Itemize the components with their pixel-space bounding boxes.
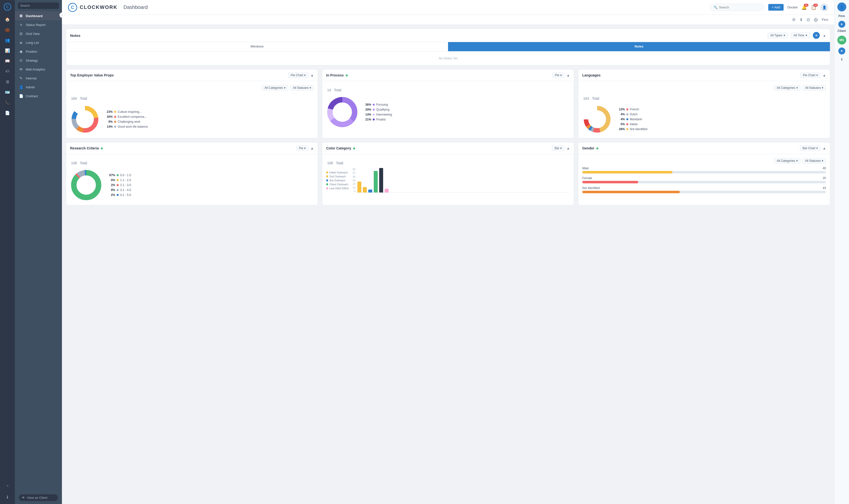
in-process-chart-type-selector[interactable]: Pie ▾ bbox=[552, 72, 565, 78]
sidebar-item-long-list[interactable]: ≣ Long List bbox=[15, 38, 62, 47]
sidebar-item-internal[interactable]: ✎ Internal bbox=[15, 74, 62, 83]
in-process-status-dot bbox=[346, 74, 348, 76]
home-icon[interactable]: 🏠 bbox=[3, 15, 12, 24]
sidebar-item-position-label: Position bbox=[26, 50, 37, 53]
bar bbox=[379, 168, 383, 193]
card-color-category-header: Color Category Bar ▾ ▲ bbox=[322, 143, 574, 154]
users-icon[interactable]: 👥 bbox=[3, 36, 12, 44]
add-button[interactable]: + Add bbox=[768, 4, 784, 11]
header-search-container: 🔍 bbox=[710, 4, 764, 11]
languages-collapse-button[interactable]: ▲ bbox=[822, 73, 826, 77]
gender-category-filter[interactable]: All Categories ▾ bbox=[774, 158, 800, 164]
legend-item: 4% Dutch bbox=[617, 112, 647, 116]
top-employer-status-filter[interactable]: All Statuses ▾ bbox=[290, 85, 314, 91]
legend-dot-icon bbox=[117, 179, 119, 181]
notes-section: Notes All Types ▾ All Time ▾ + ▲ Mention… bbox=[66, 29, 830, 65]
legend-dot-icon bbox=[117, 189, 119, 191]
languages-category-filter[interactable]: All Categories ▾ bbox=[774, 85, 800, 91]
sidebar-item-mail-analytics[interactable]: ✉ Mail Analytics bbox=[15, 65, 62, 74]
position-icon: ◉ bbox=[19, 49, 23, 54]
chevron-down-icon-12: ▾ bbox=[816, 146, 818, 150]
mail-notification[interactable]: 📋 10 bbox=[811, 5, 816, 10]
right-panel-user-avatar[interactable]: 👤 bbox=[837, 2, 846, 12]
notification-bell[interactable]: 🔔 23 bbox=[801, 5, 807, 10]
color-category-total: 108 Total bbox=[326, 158, 570, 166]
id-card-icon[interactable]: 🪪 bbox=[3, 88, 12, 96]
view-as-client-button[interactable]: 👁 View as Client bbox=[19, 494, 58, 501]
legend-dot-icon bbox=[117, 184, 119, 186]
tag-icon[interactable]: 🏷 bbox=[3, 67, 12, 76]
firm-label: Firm bbox=[822, 18, 828, 21]
card-in-process-body: 14 Total 36% bbox=[322, 81, 574, 132]
power-icon[interactable]: ⏻ bbox=[814, 18, 818, 22]
legend-dot-icon bbox=[373, 109, 375, 111]
card-languages-header: Languages Pie Chart ▾ ▲ bbox=[578, 70, 830, 81]
in-process-collapse-button[interactable]: ▲ bbox=[567, 73, 570, 77]
legend-dot-icon bbox=[114, 126, 116, 128]
languages-status-filter[interactable]: All Statuses ▾ bbox=[802, 85, 826, 91]
card-gender: Gender Bar Chart ▾ ▲ All Categories ▾ bbox=[578, 142, 830, 205]
sidebar-item-position[interactable]: ◉ Position bbox=[15, 47, 62, 56]
right-panel-client-label: Client bbox=[837, 29, 846, 33]
color-category-chart-type-selector[interactable]: Bar ▾ bbox=[552, 145, 565, 151]
research-criteria-collapse-button[interactable]: ▲ bbox=[310, 146, 314, 150]
docket-label[interactable]: Docket bbox=[787, 5, 797, 9]
briefcase-icon[interactable]: 💼 bbox=[3, 25, 12, 34]
bar bbox=[363, 187, 367, 193]
color-category-collapse-button[interactable]: ▲ bbox=[567, 146, 570, 150]
info-icon[interactable]: ℹ bbox=[3, 492, 12, 502]
download-icon[interactable]: ⬇ bbox=[799, 17, 803, 22]
legend-dot-icon bbox=[114, 121, 116, 123]
legend-dot-icon bbox=[373, 119, 375, 121]
languages-chart-type-selector[interactable]: Pie Chart ▾ bbox=[800, 72, 820, 78]
right-panel-add-button-2[interactable]: + bbox=[838, 48, 845, 54]
legend-dot-icon bbox=[626, 123, 628, 125]
right-panel-ms-avatar[interactable]: MS bbox=[837, 36, 846, 44]
tab-mentions[interactable]: Mentions bbox=[66, 42, 448, 51]
gender-chart-type-selector[interactable]: Bar Chart ▾ bbox=[800, 145, 820, 151]
chart-icon[interactable]: 📊 bbox=[3, 46, 12, 55]
research-criteria-chart-type-selector[interactable]: Pie ▾ bbox=[296, 145, 308, 151]
book-icon[interactable]: 📖 bbox=[3, 56, 12, 65]
card-research-criteria-body: 108 Total 87% bbox=[66, 154, 318, 205]
legend-dot-icon bbox=[373, 113, 375, 115]
sidebar-item-grid-view[interactable]: ⊟ Grid View bbox=[15, 29, 62, 38]
sidebar-item-admin[interactable]: 👤 Admin bbox=[15, 83, 62, 92]
gender-bar-not-identified-fill bbox=[582, 191, 680, 193]
sidebar-item-status-report[interactable]: ≡ Status Report bbox=[15, 20, 62, 29]
legend-item: 28% Not Identified bbox=[617, 127, 647, 131]
grid-icon[interactable]: ⊞ bbox=[3, 77, 12, 86]
tab-notes[interactable]: Notes bbox=[448, 42, 830, 51]
notes-type-filter[interactable]: All Types ▾ bbox=[767, 32, 788, 38]
sidebar-item-contract[interactable]: 📄 Contract bbox=[15, 92, 62, 101]
sidebar-collapse-button[interactable]: ‹ bbox=[59, 12, 65, 18]
research-status-dot bbox=[101, 147, 103, 149]
sidebar-item-contract-label: Contract bbox=[26, 94, 38, 98]
settings-icon[interactable]: ⚙ bbox=[792, 17, 796, 22]
notes-collapse-button[interactable]: ▲ bbox=[823, 34, 826, 37]
legend-item: 2% 4.1 - 5.0 bbox=[107, 193, 131, 197]
status-report-icon: ≡ bbox=[19, 22, 23, 27]
notes-add-button[interactable]: + bbox=[813, 32, 820, 39]
phone-icon[interactable]: 📞 bbox=[3, 98, 12, 107]
gender-collapse-button[interactable]: ▲ bbox=[822, 146, 826, 150]
top-employer-category-filter[interactable]: All Categories ▾ bbox=[262, 85, 288, 91]
chevron-down-icon: ▾ bbox=[784, 34, 785, 37]
color-category-status-dot bbox=[353, 147, 355, 149]
header-search-input[interactable] bbox=[719, 5, 761, 9]
sidebar-search-input[interactable] bbox=[18, 2, 59, 9]
right-panel-add-client-button[interactable]: + bbox=[838, 21, 845, 28]
user-avatar[interactable]: 👤 bbox=[820, 3, 828, 12]
filter-icon[interactable]: ⊟ bbox=[807, 17, 810, 22]
sidebar-item-dashboard[interactable]: ⊞ Dashboard bbox=[15, 12, 62, 20]
legend-dot-icon bbox=[326, 179, 328, 181]
gender-status-filter[interactable]: All Statuses ▾ bbox=[802, 158, 826, 164]
sidebar-item-strategy[interactable]: ⊙ Strategy bbox=[15, 56, 62, 65]
notes-time-filter[interactable]: All Time ▾ bbox=[791, 32, 810, 38]
top-employer-chart-type-selector[interactable]: Pie Chart ▾ bbox=[288, 72, 308, 78]
card-gender-title: Gender bbox=[582, 146, 798, 150]
cards-grid-row2: Research Criteria Pie ▾ ▲ 108 Total bbox=[66, 142, 830, 205]
chevron-icon[interactable]: ⌃ bbox=[3, 482, 12, 491]
file-icon[interactable]: 📄 bbox=[3, 108, 12, 117]
top-employer-collapse-button[interactable]: ▲ bbox=[310, 73, 314, 77]
